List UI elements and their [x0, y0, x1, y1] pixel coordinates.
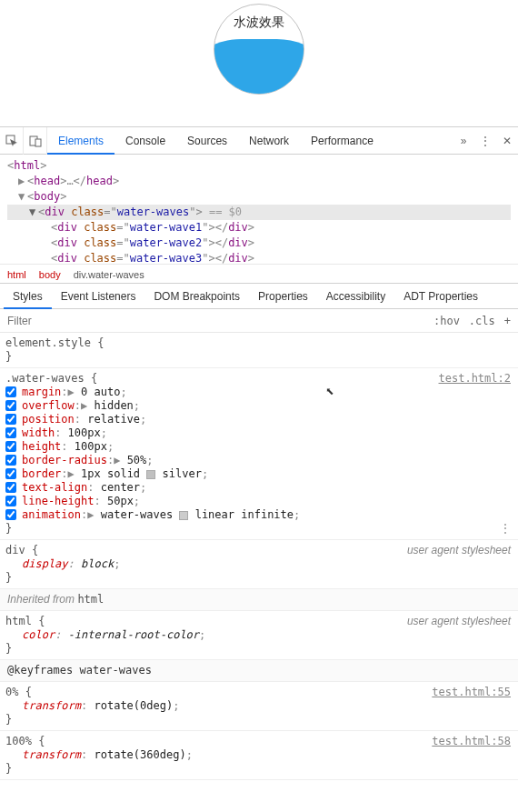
toggle-decl-checkbox[interactable]: [5, 427, 16, 438]
dom-node[interactable]: <div class="water-wave2"></div>: [7, 236, 511, 251]
toggle-decl-checkbox[interactable]: [5, 441, 16, 452]
breadcrumb-item[interactable]: div.water-waves: [74, 269, 144, 280]
inherited-separator: Inherited from html: [0, 589, 518, 611]
tab-network[interactable]: Network: [238, 127, 300, 155]
preview-pane: 水波效果: [0, 0, 518, 127]
toggle-decl-checkbox[interactable]: [5, 455, 16, 466]
declaration[interactable]: position: relative;: [5, 413, 511, 426]
declaration[interactable]: animation:▶ water-waves linear infinite;: [5, 508, 511, 522]
water-waves-demo: 水波效果: [214, 4, 304, 95]
rule-html-ua: user agent stylesheet html { color: -int…: [0, 611, 518, 660]
more-tabs-icon[interactable]: »: [453, 135, 474, 147]
wave-dark: [214, 39, 304, 95]
close-icon[interactable]: ✕: [496, 135, 518, 147]
rule-div-ua: user agent stylesheet div { display: blo…: [0, 540, 518, 589]
keyframes-separator: @keyframes water-waves: [0, 660, 518, 682]
breadcrumb[interactable]: htmlbodydiv.water-waves: [0, 264, 518, 284]
styles-panel: element.style { } test.html:2 .water-wav…: [0, 333, 518, 780]
source-link[interactable]: test.html:2: [439, 372, 511, 386]
keyframe-100[interactable]: test.html:58 100% { transform: rotate(36…: [0, 731, 518, 780]
rule-water-waves[interactable]: test.html:2 .water-waves { margin:▶ 0 au…: [0, 368, 518, 540]
tab-sources[interactable]: Sources: [176, 127, 238, 155]
subtab-adt-properties[interactable]: ADT Properties: [394, 284, 487, 309]
subtab-dom-breakpoints[interactable]: DOM Breakpoints: [144, 284, 249, 309]
device-toggle-icon[interactable]: [24, 127, 47, 155]
subtab-event-listeners[interactable]: Event Listeners: [52, 284, 145, 309]
tab-elements[interactable]: Elements: [47, 127, 115, 155]
keyframe-0[interactable]: test.html:55 0% { transform: rotate(0deg…: [0, 682, 518, 731]
breadcrumb-item[interactable]: html: [7, 269, 26, 280]
demo-label: 水波效果: [214, 5, 304, 39]
toggle-decl-checkbox[interactable]: [5, 509, 16, 520]
declaration[interactable]: height: 100px;: [5, 440, 511, 454]
filter-input[interactable]: [7, 315, 98, 327]
toggle-decl-checkbox[interactable]: [5, 482, 16, 493]
toggle-decl-checkbox[interactable]: [5, 468, 16, 479]
toggle-decl-checkbox[interactable]: [5, 414, 16, 425]
tab-console[interactable]: Console: [115, 127, 176, 155]
inspect-icon[interactable]: [0, 127, 24, 155]
subtab-properties[interactable]: Properties: [249, 284, 317, 309]
toggle-decl-checkbox[interactable]: [5, 496, 16, 506]
declaration[interactable]: line-height: 50px;: [5, 495, 511, 508]
toggle-decl-checkbox[interactable]: [5, 400, 16, 411]
hov-toggle[interactable]: :hov: [433, 315, 460, 327]
breadcrumb-item[interactable]: body: [39, 269, 61, 280]
dom-node[interactable]: <div class="water-wave1"></div>: [7, 220, 511, 236]
rule-element-style[interactable]: element.style { }: [0, 333, 518, 368]
dom-node[interactable]: <div class="water-wave3"></div>: [7, 251, 511, 264]
dom-selected-node[interactable]: ▼<div class="water-waves"> == $0: [7, 205, 511, 220]
declaration[interactable]: border-radius:▶ 50%;: [5, 454, 511, 467]
svg-rect-2: [35, 139, 41, 146]
subtab-accessibility[interactable]: Accessibility: [317, 284, 394, 309]
declaration[interactable]: width: 100px;: [5, 426, 511, 440]
styles-subtabs: StylesEvent ListenersDOM BreakpointsProp…: [0, 284, 518, 309]
declaration[interactable]: text-align: center;: [5, 481, 511, 495]
subtab-styles[interactable]: Styles: [4, 284, 52, 309]
declaration[interactable]: margin:▶ 0 auto;: [5, 386, 511, 399]
declaration[interactable]: overflow:▶ hidden;: [5, 399, 511, 413]
filter-bar: :hov .cls +: [0, 309, 518, 333]
tab-performance[interactable]: Performance: [300, 127, 384, 155]
devtools-toolbar: ElementsConsoleSourcesNetworkPerformance…: [0, 127, 518, 155]
declaration[interactable]: border:▶ 1px solid silver;: [5, 467, 511, 481]
new-rule-icon[interactable]: +: [504, 315, 511, 327]
cls-toggle[interactable]: .cls: [469, 315, 495, 327]
source-link[interactable]: test.html:55: [432, 686, 511, 699]
source-link[interactable]: test.html:58: [432, 735, 511, 748]
rule-menu-icon[interactable]: ⋮: [500, 522, 511, 536]
dom-tree[interactable]: <html> ▶<head>…</head> ▼<body> ▼<div cla…: [0, 155, 518, 264]
kebab-menu-icon[interactable]: ⋮: [474, 135, 496, 147]
toggle-decl-checkbox[interactable]: [5, 386, 16, 397]
